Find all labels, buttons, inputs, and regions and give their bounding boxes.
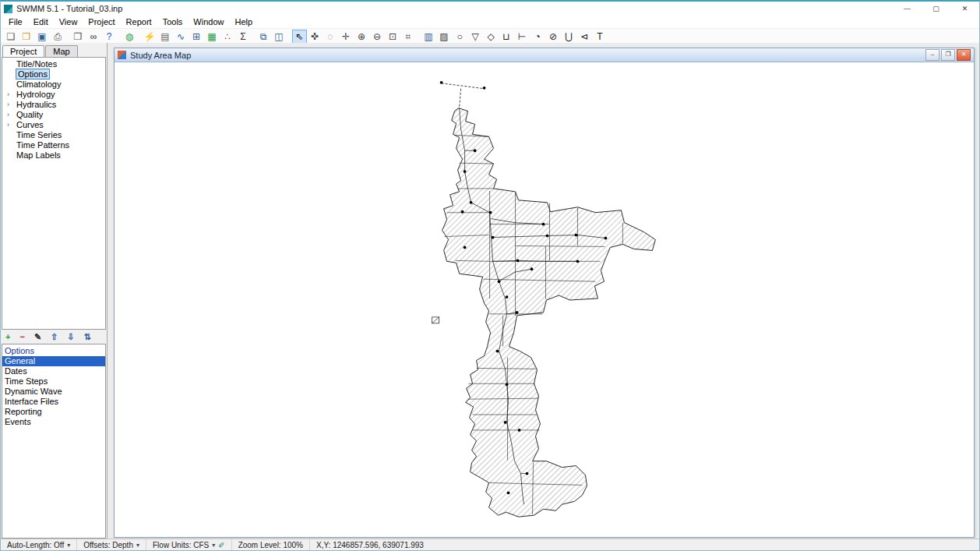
- map-minimize-button[interactable]: –: [925, 49, 939, 61]
- divider-icon[interactable]: ◇: [484, 30, 499, 44]
- flow-units-label: Flow Units: CFS: [153, 541, 209, 549]
- offsets-selector[interactable]: Offsets: Depth ▾: [77, 539, 146, 550]
- menu-tools[interactable]: Tools: [157, 16, 189, 28]
- auto-length-selector[interactable]: Auto-Length: Off ▾: [1, 539, 77, 550]
- tree-item-label: Hydraulics: [16, 100, 56, 109]
- menu-project[interactable]: Project: [83, 16, 120, 28]
- select-region-icon[interactable]: ◌: [323, 30, 338, 44]
- print-icon[interactable]: ⎙: [51, 30, 65, 44]
- map-window-buttons: – ❐ ✕: [925, 49, 971, 61]
- pan-map-icon[interactable]: ✛: [339, 30, 354, 44]
- expander-icon[interactable]: ›: [7, 110, 9, 120]
- tile-windows-icon[interactable]: ◫: [272, 30, 287, 44]
- delete-object-button[interactable]: −: [19, 333, 24, 341]
- menu-view[interactable]: View: [54, 16, 83, 28]
- statistics-icon[interactable]: Σ: [236, 30, 251, 44]
- zoom-in-icon[interactable]: ⊕: [354, 30, 369, 44]
- study-area-map-canvas[interactable]: [115, 62, 974, 537]
- tree-item-time-series[interactable]: Time Series: [2, 130, 105, 140]
- map-close-button[interactable]: ✕: [957, 49, 971, 61]
- tree-item-climatology[interactable]: Climatology: [2, 79, 105, 90]
- map-window-titlebar[interactable]: Study Area Map – ❐ ✕: [115, 48, 974, 62]
- options-item-dates[interactable]: Dates: [2, 366, 105, 376]
- tree-item-quality[interactable]: ›Quality: [2, 110, 105, 120]
- watershed-outline[interactable]: [442, 108, 656, 517]
- maximize-button[interactable]: ▢: [922, 2, 950, 16]
- map-window-icon: [118, 51, 126, 59]
- xy-coordinates-indicator: X,Y: 1246857.596, 639071.993: [310, 539, 430, 550]
- conduit-icon[interactable]: ⊢: [515, 30, 530, 44]
- menu-help[interactable]: Help: [229, 16, 258, 28]
- sort-button[interactable]: ⇅: [84, 333, 91, 341]
- options-item-interface-files[interactable]: Interface Files: [2, 397, 105, 407]
- menu-edit[interactable]: Edit: [28, 16, 54, 28]
- tree-item-hydrology[interactable]: ›Hydrology: [2, 90, 105, 100]
- tree-item-label: Hydrology: [16, 90, 55, 99]
- junction-icon[interactable]: ○: [453, 30, 467, 44]
- study-area-map-drawing[interactable]: [115, 62, 974, 537]
- expander-icon[interactable]: ›: [7, 100, 9, 110]
- main-area: Project Map Title/NotesOptionsClimatolog…: [1, 43, 979, 539]
- toolbar-separator: [287, 30, 291, 44]
- tab-map[interactable]: Map: [45, 45, 77, 57]
- graph-icon[interactable]: ▦: [205, 30, 220, 44]
- cascade-windows-icon[interactable]: ⧉: [256, 30, 271, 44]
- toolbar-separator: [117, 30, 122, 44]
- tree-item-curves[interactable]: ›Curves: [2, 120, 105, 130]
- menu-file[interactable]: File: [3, 16, 28, 28]
- move-up-button[interactable]: ⇧: [51, 333, 58, 341]
- rain-gage-symbol[interactable]: [432, 317, 439, 323]
- flow-units-selector[interactable]: Flow Units: CFS ▾ ✐: [146, 539, 232, 550]
- edit-units-icon: ✐: [218, 541, 224, 549]
- menu-window[interactable]: Window: [188, 16, 229, 28]
- options-list-box: Options GeneralDatesTime StepsDynamic Wa…: [2, 344, 106, 539]
- full-extent-icon[interactable]: ⊡: [386, 30, 400, 44]
- save-icon[interactable]: ▣: [35, 30, 50, 44]
- outfall-icon[interactable]: ▽: [468, 30, 483, 44]
- add-object-button[interactable]: +: [5, 333, 10, 341]
- rain-gage-icon[interactable]: ▥: [421, 30, 436, 44]
- measure-icon[interactable]: ⌗: [401, 30, 416, 44]
- pump-icon[interactable]: ◔: [531, 30, 545, 44]
- outlet-icon[interactable]: ⊲: [577, 30, 592, 44]
- weir-icon[interactable]: ⋃: [562, 30, 576, 44]
- map-maximize-button[interactable]: ❐: [941, 49, 955, 61]
- subcatchment-icon[interactable]: ▨: [437, 30, 452, 44]
- web-link-icon[interactable]: ◍: [122, 30, 137, 44]
- menu-report[interactable]: Report: [121, 16, 157, 28]
- edit-object-button[interactable]: ✎: [34, 333, 41, 341]
- options-item-events[interactable]: Events: [2, 417, 105, 427]
- orifice-icon[interactable]: ⊘: [546, 30, 561, 44]
- minimize-button[interactable]: —: [893, 2, 922, 16]
- zoom-out-icon[interactable]: ⊖: [370, 30, 385, 44]
- expander-icon[interactable]: ›: [7, 90, 9, 100]
- context-help-icon[interactable]: ?: [102, 30, 117, 44]
- select-object-icon[interactable]: ⇖: [292, 30, 307, 44]
- table-icon[interactable]: ⊞: [189, 30, 204, 44]
- options-item-general[interactable]: General: [2, 356, 105, 366]
- storage-unit-icon[interactable]: ⊔: [499, 30, 514, 44]
- tab-project[interactable]: Project: [2, 45, 44, 57]
- status-report-icon[interactable]: ▤: [158, 30, 173, 44]
- move-down-button[interactable]: ⇩: [67, 333, 74, 341]
- expander-icon[interactable]: ›: [7, 120, 9, 130]
- tree-item-hydraulics[interactable]: ›Hydraulics: [2, 100, 105, 110]
- find-icon[interactable]: ∞: [86, 30, 101, 44]
- select-vertex-icon[interactable]: ✜: [308, 30, 323, 44]
- open-folder-icon[interactable]: ❒: [19, 30, 34, 44]
- tree-item-options[interactable]: Options: [2, 69, 105, 79]
- tree-item-map-labels[interactable]: Map Labels: [2, 150, 105, 161]
- new-file-icon[interactable]: ❏: [4, 30, 19, 44]
- label-icon[interactable]: T: [593, 30, 608, 44]
- copy-icon[interactable]: ❐: [71, 30, 86, 44]
- options-item-reporting[interactable]: Reporting: [2, 407, 105, 417]
- options-item-dynamic-wave[interactable]: Dynamic Wave: [2, 387, 105, 397]
- zoom-level-label: Zoom Level: 100%: [238, 541, 303, 549]
- scatter-plot-icon[interactable]: ∴: [220, 30, 235, 44]
- close-button[interactable]: ✕: [950, 2, 979, 16]
- profile-plot-icon[interactable]: ∿: [174, 30, 189, 44]
- options-item-time-steps[interactable]: Time Steps: [2, 376, 105, 387]
- tree-item-title-notes[interactable]: Title/Notes: [2, 59, 105, 69]
- tree-item-time-patterns[interactable]: Time Patterns: [2, 140, 105, 150]
- run-simulation-icon[interactable]: ⚡: [143, 30, 157, 44]
